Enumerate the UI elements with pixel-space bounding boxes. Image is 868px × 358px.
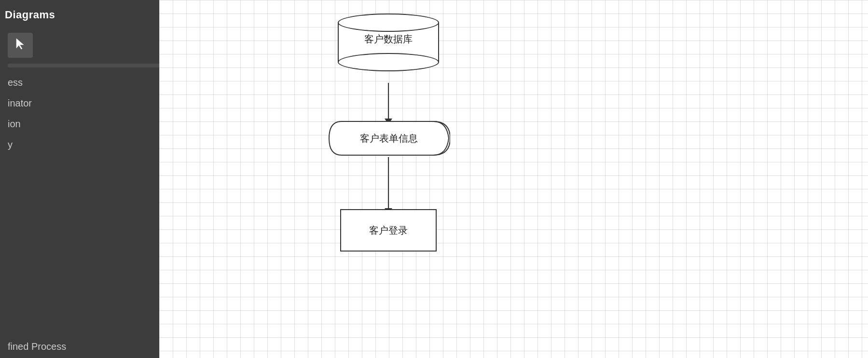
cursor-icon	[14, 38, 27, 53]
db-bottom-ellipse	[338, 53, 439, 71]
main-canvas[interactable]: 客户数据库 客户表单信息 客户登录	[159, 0, 868, 358]
database-shape[interactable]: 客户数据库	[338, 13, 439, 81]
banner-svg	[327, 119, 450, 157]
svg-marker-0	[16, 39, 24, 49]
rect-label: 客户登录	[369, 224, 408, 237]
db-top-ellipse	[338, 13, 439, 32]
sidebar-item-decision[interactable]: ion	[0, 114, 159, 134]
search-bar	[8, 64, 167, 67]
process-rect[interactable]: 客户登录	[340, 209, 437, 252]
sidebar-title: Diagrams	[0, 0, 159, 28]
arrow-connector-2	[388, 157, 389, 209]
tool-area	[0, 28, 159, 63]
arrow-connector-1	[388, 83, 389, 119]
sidebar-item-defined-process[interactable]: fined Process	[0, 335, 159, 358]
db-cylinder	[338, 13, 439, 81]
cursor-tool-button[interactable]	[8, 33, 33, 58]
sidebar-item-process[interactable]: ess	[0, 72, 159, 93]
sidebar: Diagrams ess inator ion y fined Process	[0, 0, 159, 358]
sidebar-items-list: ess inator ion y	[0, 72, 159, 335]
sidebar-item-data[interactable]: y	[0, 134, 159, 155]
sidebar-item-terminator[interactable]: inator	[0, 93, 159, 114]
banner-shape[interactable]: 客户表单信息	[327, 119, 450, 157]
diagram-container: 客户数据库 客户表单信息 客户登录	[159, 0, 868, 358]
